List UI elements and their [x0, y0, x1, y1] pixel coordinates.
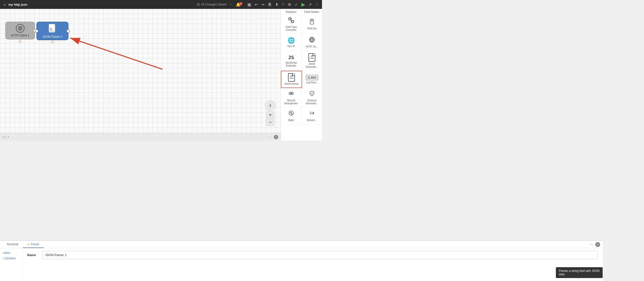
main-layout: HTTP Client 1 ⚠ {} JSON JSON Parser 1 ⚠ — [0, 9, 322, 141]
undo-icon[interactable]: ↩ — [254, 2, 258, 7]
json-parser-sidebar-label: JSON Parser — [284, 83, 298, 86]
static-label: Static — [288, 119, 294, 122]
schema-generator-label: SchemaGenerate... — [306, 99, 318, 105]
trash-icon[interactable]: 🗑 — [268, 2, 272, 7]
field-type-converter-label: Field TypeConverter — [286, 26, 297, 32]
strip-dots[interactable]: ··· — [270, 136, 272, 139]
strip-item-1[interactable]: r 1 — [2, 136, 6, 139]
canvas-bottom-strip: r 1 ▾ ··· ? — [0, 133, 281, 141]
sidebar-cell-log-parser[interactable]: {LOG} Log Pars... — [302, 71, 322, 88]
sidebar-row-4: RecordDeduplicator SchemaGenerate... — [281, 88, 322, 107]
javascript-evaluator-icon: JS — [288, 55, 294, 60]
sidebar-cell-static[interactable]: Static — [281, 107, 302, 124]
svg-rect-10 — [311, 21, 313, 22]
field-type-converter-icon — [288, 17, 294, 25]
settings-icon[interactable]: ⚙ — [288, 2, 291, 7]
http-client-sidebar-label: HTTP Cli... — [306, 45, 318, 48]
right-sidebar: Replacer Field Splitter Field TypeConver… — [281, 9, 322, 141]
sidebar-cell-geo-ip[interactable]: 🌐 Geo IP — [281, 34, 302, 51]
log-parser-icon: {LOG} — [306, 75, 318, 80]
json-parser-icon: {} JSON — [48, 24, 56, 34]
app-title: my http json — [8, 3, 27, 7]
schema-generator-icon — [309, 90, 315, 98]
grid-icon[interactable]: ▦ — [248, 2, 251, 7]
javascript-evaluator-label: JavaScriptEvaluator — [285, 61, 297, 67]
sidebar-cell-record-deduplicator[interactable]: RecordDeduplicator — [281, 88, 302, 107]
sidebar-row-5: Static Stream... — [281, 107, 322, 125]
http-client-icon-sidebar — [309, 37, 315, 44]
record-deduplicator-label: RecordDeduplicator — [284, 99, 298, 105]
stream-label: Stream... — [307, 119, 317, 122]
sidebar-row-3: {}JSON JSON Parser {LOG} Log Pars... — [281, 71, 322, 88]
static-icon — [288, 110, 294, 118]
zoom-minus-button[interactable]: − — [266, 119, 274, 126]
save-status: All Changes Saved — [197, 3, 226, 6]
http-client-warning: ⚠ — [18, 39, 22, 43]
sidebar-cell-javascript-evaluator[interactable]: JS JavaScriptEvaluator — [281, 51, 302, 71]
json-parser-label: JSON Parser 1 — [42, 35, 62, 39]
strip-arrow-1: ▾ — [8, 136, 9, 138]
alert-icon[interactable]: 🔔2 — [236, 2, 244, 7]
node-json-parser-1[interactable]: {} JSON JSON Parser 1 ⚠ — [36, 22, 68, 40]
record-deduplicator-icon — [288, 90, 294, 98]
svg-point-6 — [269, 105, 271, 107]
zoom-plus-button[interactable]: + — [266, 111, 274, 118]
json-parser-input-connector[interactable] — [35, 29, 38, 33]
play-icon[interactable]: ▶ — [301, 2, 305, 8]
json-parser-output-connector[interactable] — [66, 29, 70, 33]
sidebar-cell-http-client[interactable]: HTTP Cli... — [302, 34, 322, 51]
json-generator-icon: {}JSON — [308, 53, 315, 62]
zoom-controls: + − — [265, 100, 276, 126]
http-client-icon — [16, 24, 24, 33]
nav-circle[interactable] — [265, 100, 276, 111]
fork-icon[interactable]: ⑂ — [282, 2, 284, 7]
field-zip-icon — [309, 19, 315, 26]
share-icon[interactable]: ↗ — [308, 2, 312, 7]
top-bar: ◀ my http json All Changes Saved ··· 🔔2 … — [0, 0, 322, 9]
sidebar-cell-schema-generator[interactable]: SchemaGenerate... — [302, 88, 322, 107]
sidebar-cell-json-parser[interactable]: {}JSON JSON Parser — [281, 71, 302, 88]
svg-rect-9 — [310, 19, 314, 24]
sidebar-row-2: JS JavaScriptEvaluator {}JSON JSONGenera… — [281, 51, 322, 71]
canvas-area[interactable]: HTTP Client 1 ⚠ {} JSON JSON Parser 1 ⚠ — [0, 9, 281, 141]
geo-ip-icon: 🌐 — [288, 37, 295, 44]
json-parser-warning: ⚠ — [51, 40, 54, 44]
stream-icon — [309, 110, 315, 118]
json-parser-sidebar-icon: {}JSON — [288, 73, 295, 82]
svg-text:{}: {} — [50, 28, 52, 30]
sidebar-row-1: 🌐 Geo IP HTTP Cli... — [281, 34, 322, 51]
right-sidebar-header: Replacer Field Splitter — [281, 9, 322, 15]
json-generator-label: JSONGenerate... — [306, 63, 318, 69]
sidebar-row-0: Field TypeConverter Field Zip — [281, 15, 322, 34]
sidebar-cell-json-generator[interactable]: {}JSON JSONGenerate... — [302, 51, 322, 71]
sidebar-cell-stream[interactable]: Stream... — [302, 107, 322, 124]
ellipsis-icon[interactable]: ··· — [229, 2, 232, 7]
redo-icon[interactable]: ↪ — [261, 2, 264, 7]
svg-text:JSON: JSON — [50, 30, 54, 32]
toolbar-icons: ··· 🔔2 ▦ ↩ ↪ 🗑 ⬆ ⑂ ⚙ ✓ ▶ ↗ ⋮ — [229, 2, 319, 8]
log-parser-label: Log Pars... — [306, 81, 318, 84]
field-zip-label: Field Zip — [307, 27, 316, 30]
sidebar-header-replacer[interactable]: Replacer — [281, 9, 302, 15]
more-icon[interactable]: ⋮ — [315, 2, 319, 7]
breadcrumb-sep: ◀ — [3, 3, 6, 7]
export-icon[interactable]: ⬆ — [275, 2, 278, 7]
sidebar-header-field-splitter[interactable]: Field Splitter — [302, 9, 322, 15]
svg-point-0 — [197, 3, 200, 6]
check-icon[interactable]: ✓ — [295, 2, 298, 7]
sidebar-cell-field-zip[interactable]: Field Zip — [302, 15, 322, 34]
strip-help[interactable]: ? — [274, 135, 278, 139]
http-client-label: HTTP Client 1 — [11, 34, 29, 37]
svg-line-5 — [70, 38, 162, 69]
node-http-client-1[interactable]: HTTP Client 1 ⚠ — [6, 22, 35, 40]
geo-ip-label: Geo IP — [287, 45, 295, 48]
sidebar-cell-field-type-converter[interactable]: Field TypeConverter — [281, 15, 302, 34]
